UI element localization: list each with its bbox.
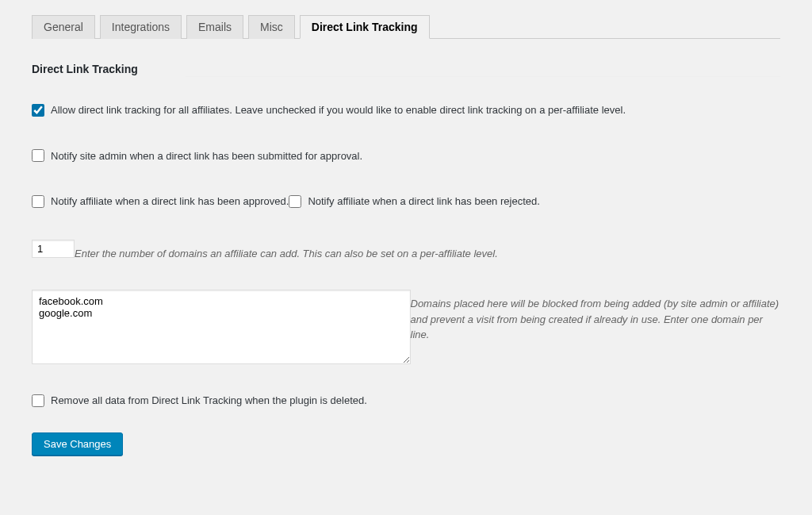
save-changes-button[interactable]: Save Changes <box>32 432 123 455</box>
notify-affiliate-approved-text: Notify affiliate when a direct link has … <box>51 194 289 209</box>
remove-data-checkbox[interactable] <box>32 394 44 407</box>
tab-misc[interactable]: Misc <box>248 15 295 39</box>
section-heading: Direct Link Tracking <box>32 39 138 80</box>
domains-allowed-input[interactable] <box>32 240 75 258</box>
tab-emails[interactable]: Emails <box>186 15 243 39</box>
notify-affiliate-rejected-text: Notify affiliate when a direct link has … <box>308 194 539 209</box>
allow-direct-link-checkbox[interactable] <box>32 104 44 117</box>
remove-data-text: Remove all data from Direct Link Trackin… <box>51 393 367 409</box>
notify-admin-text: Notify site admin when a direct link has… <box>51 148 362 164</box>
domain-blacklist-textarea[interactable] <box>32 290 411 364</box>
domains-allowed-description: Enter the number of domains an affiliate… <box>75 246 498 262</box>
tab-direct-link-tracking[interactable]: Direct Link Tracking <box>300 15 430 39</box>
domain-blacklist-description: Domains placed here will be blocked from… <box>411 296 781 343</box>
notify-affiliate-approved-checkbox[interactable] <box>32 195 44 208</box>
notify-admin-checkbox[interactable] <box>32 149 44 162</box>
tab-integrations[interactable]: Integrations <box>100 15 182 39</box>
settings-form: Allow direct link tracking for all affil… <box>32 102 780 432</box>
settings-tabs: General Integrations Emails Misc Direct … <box>32 8 780 39</box>
tab-general[interactable]: General <box>32 15 95 39</box>
allow-direct-link-text: Allow direct link tracking for all affil… <box>51 102 626 118</box>
section-divider <box>186 76 780 77</box>
notify-affiliate-rejected-checkbox[interactable] <box>289 195 301 208</box>
